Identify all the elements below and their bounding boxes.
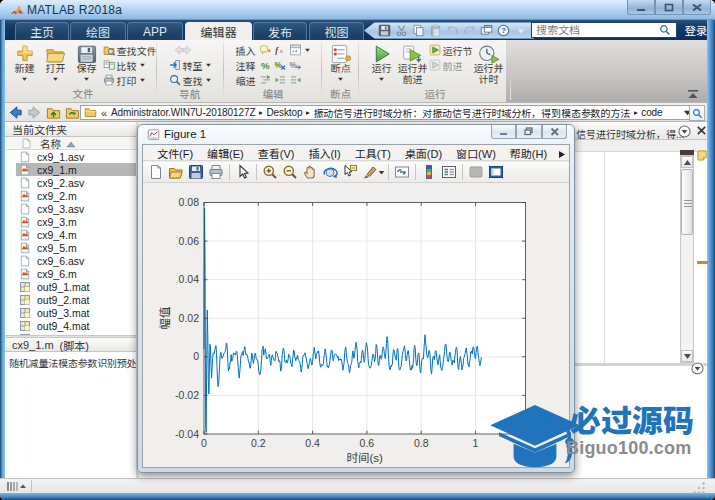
insert-section-icon[interactable]	[289, 44, 302, 56]
file-row[interactable]: cx9_4.m	[5, 228, 136, 241]
menu-帮助[interactable]: 帮助(H)	[503, 145, 554, 161]
help-icon[interactable]: ?	[497, 24, 510, 37]
comment-icon[interactable]: %	[259, 59, 272, 71]
breadcrumb-segment[interactable]: Desktop	[265, 107, 303, 118]
indent-smart-icon[interactable]	[259, 74, 272, 86]
breadcrumb[interactable]: « Administrator.WIN7U-20180127Z▸Desktop▸…	[80, 105, 692, 120]
ribbon-button-新建[interactable]: 新建	[10, 41, 40, 89]
forward-icon[interactable]	[26, 105, 43, 120]
indent-left-icon[interactable]	[289, 74, 302, 86]
menu-工具[interactable]: 工具(T)	[348, 145, 398, 161]
file-row[interactable]: cx9_3.asv	[5, 202, 136, 215]
window-icon[interactable]	[480, 24, 493, 37]
tab-plots[interactable]: 绘图	[70, 22, 126, 40]
folder-up-icon[interactable]	[45, 105, 62, 120]
resize-grip-icon[interactable]	[693, 482, 705, 494]
file-row[interactable]: cx9_6.m	[5, 267, 136, 280]
menu-overflow-icon[interactable]	[558, 150, 566, 159]
file-row[interactable]: cx9_2.asv	[5, 176, 136, 189]
ribbon-button-查找[interactable]: 查找	[169, 73, 212, 87]
redo-icon[interactable]	[463, 24, 476, 37]
scroll-up-icon[interactable]	[681, 156, 693, 168]
file-row[interactable]: out9_2.mat	[5, 293, 136, 306]
ribbon-button-查找文件[interactable]: 查找文件	[103, 43, 157, 57]
figure-close-button[interactable]	[542, 125, 567, 139]
file-row[interactable]: cx9_1.asv	[5, 150, 136, 163]
ribbon-button-打开[interactable]: 打开	[41, 41, 71, 89]
uncomment-icon[interactable]: %	[274, 59, 287, 71]
file-row[interactable]: cx9_5.m	[5, 241, 136, 254]
tab-view[interactable]: 视图	[309, 22, 364, 40]
link-plot-icon[interactable]	[392, 163, 412, 181]
edit-plot-icon[interactable]	[233, 163, 253, 181]
figure-minimize-button[interactable]	[491, 125, 516, 139]
brush-icon[interactable]	[360, 163, 380, 181]
breadcrumb-segment[interactable]: Administrator.WIN7U-20180127Z	[110, 107, 256, 118]
hide-plot-tools-icon[interactable]	[466, 163, 486, 181]
file-row[interactable]: out9_3.mat	[5, 306, 136, 319]
figure-restore-button[interactable]	[516, 125, 541, 139]
ribbon-button-运行[interactable]: 运行	[367, 41, 397, 89]
menu-编辑[interactable]: 编辑(E)	[200, 145, 251, 161]
tab-editor[interactable]: 编辑器	[185, 22, 252, 40]
print-figure-icon[interactable]	[206, 163, 226, 181]
menu-窗口[interactable]: 窗口(W)	[449, 145, 503, 161]
login-button[interactable]: 登录	[679, 22, 713, 38]
maximize-button[interactable]	[655, 0, 683, 15]
file-row[interactable]: cx9_2.m	[5, 189, 136, 202]
file-row[interactable]: cx9_3.m	[5, 215, 136, 228]
doc-search-box[interactable]	[531, 22, 677, 38]
new-figure-icon[interactable]	[146, 163, 166, 181]
search-icon[interactable]	[659, 24, 673, 36]
scroll-down-icon[interactable]	[681, 350, 693, 362]
menu-查看[interactable]: 查看(V)	[251, 145, 302, 161]
breadcrumb-segment[interactable]: code	[640, 107, 663, 118]
ribbon-button-运行并计时[interactable]: 运行并计时	[474, 41, 504, 89]
collapse-ribbon-icon[interactable]	[687, 89, 699, 99]
save-icon[interactable]	[378, 24, 391, 37]
menu-插入[interactable]: 插入(I)	[301, 145, 347, 161]
scrollbar-thumb[interactable]	[681, 169, 693, 235]
tab-home[interactable]: 主页	[15, 22, 69, 40]
message-note-icon[interactable]	[697, 150, 708, 161]
save-figure-icon[interactable]	[186, 163, 206, 181]
menu-桌面[interactable]: 桌面(D)	[398, 145, 449, 161]
breadcrumb-segment[interactable]: 振动信号进行时域分析：对振动信号进行时域分析，得到模态参数的方法	[312, 105, 631, 120]
zoom-in-icon[interactable]	[260, 163, 280, 181]
close-button[interactable]	[683, 0, 711, 15]
tab-publish[interactable]: 发布	[253, 22, 307, 40]
tab-app[interactable]: APP	[127, 22, 183, 40]
data-cursor-icon[interactable]	[340, 163, 360, 181]
caret-down-icon[interactable]	[514, 24, 527, 37]
editor-scrollbar[interactable]	[680, 155, 694, 363]
file-row[interactable]: cx9_6.asv	[5, 254, 136, 267]
folder-browse-icon[interactable]	[64, 105, 81, 120]
undo-icon[interactable]	[446, 24, 459, 37]
status-bars-icon[interactable]	[7, 482, 26, 491]
ribbon-button-前进[interactable]: 前进	[429, 58, 473, 72]
file-row[interactable]: cx9_1.m	[5, 163, 136, 176]
circled-chevron-down-icon[interactable]	[678, 125, 691, 138]
back-icon[interactable]	[7, 105, 24, 120]
pan-icon[interactable]	[300, 163, 320, 181]
ribbon-button-比较[interactable]: 比较	[103, 58, 157, 72]
ribbon-button-保存[interactable]: 保存	[72, 41, 102, 89]
search-folder-button[interactable]	[689, 105, 705, 121]
file-row[interactable]: out9_4.mat	[5, 319, 136, 332]
paste-icon[interactable]	[429, 24, 442, 37]
indent-right-icon[interactable]	[274, 74, 287, 86]
comment-wrap-icon[interactable]: %	[289, 59, 302, 71]
doc-search-input[interactable]	[532, 24, 659, 36]
zoom-out-icon[interactable]	[280, 163, 300, 181]
ribbon-button-运行并前进[interactable]: 运行并前进	[398, 41, 428, 89]
ribbon-button-断点[interactable]: 断点	[326, 41, 356, 89]
show-plot-tools-icon[interactable]	[486, 163, 506, 181]
fx-icon[interactable]: fx	[274, 44, 287, 56]
caret-down-icon[interactable]	[378, 169, 385, 176]
ribbon-button-nav[interactable]	[169, 43, 212, 57]
close-icon[interactable]	[696, 125, 707, 136]
file-row[interactable]: out9_1.mat	[5, 280, 136, 293]
copy-icon[interactable]	[412, 24, 425, 37]
menu-文件[interactable]: 文件(F)	[150, 145, 200, 161]
ribbon-button-转至[interactable]: 转至	[169, 58, 212, 72]
